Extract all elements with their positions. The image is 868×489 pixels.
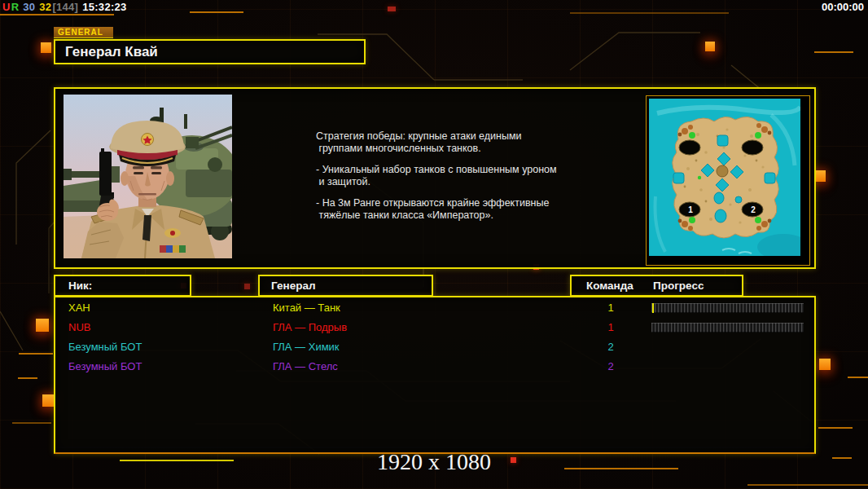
player-team: 2 [603,337,619,357]
player-general: Китай — Танк [273,298,340,318]
hud-value-blue: 30 [23,1,35,13]
player-general: ГЛА — Химик [273,337,340,357]
minimap-image [649,99,800,256]
strategy-paragraph: - На 3м Ранге открываются крайне эффекти… [316,197,590,222]
hud-flag-u: U [2,1,11,13]
player-row: Безумный БОТ ГЛА — Стелс 2 [55,357,814,377]
decor-square [42,394,55,407]
loading-screen: UR 30 32[144] 15:32:23 00:00:00 GENERAL … [0,0,868,489]
decor-line [848,377,868,378]
decor-line [747,484,868,486]
decor-square [705,42,715,51]
header-team-label: Команда [586,276,633,295]
hud-clock: 15:32:23 [82,1,126,13]
header-progress-label: Прогресс [653,276,704,295]
player-nick: NUB [68,318,90,337]
decor-line [18,377,37,379]
decor-line [12,422,51,424]
resolution-label: 1920 x 1080 [0,449,868,475]
header-nick: Ник: [54,275,191,297]
strategy-text: Стратегия победы: крупные атаки едиными … [316,130,590,231]
hud-timer: 00:00:00 [822,1,864,13]
start-position-1: 1 [685,205,696,215]
page-title: Генерал Квай [54,39,366,64]
strategy-paragraph: Стратегия победы: крупные атаки едиными … [316,130,590,155]
player-rows: ХАН Китай — Танк 1 NUB ГЛА — Подрыв 1 Бе… [55,297,814,452]
minimap: 1 2 [646,95,810,266]
decor-square-red [388,7,396,11]
general-info-panel: Стратегия победы: крупные атаки едиными … [54,87,816,269]
progress-cursor [652,303,654,313]
player-nick: ХАН [68,298,90,318]
player-row: NUB ГЛА — Подрыв 1 [55,318,814,337]
hud-value-gray: [144] [52,1,78,13]
player-table: ХАН Китай — Танк 1 NUB ГЛА — Подрыв 1 Бе… [54,296,816,454]
player-nick: Безумный БОТ [68,357,142,377]
decor-line [814,51,853,53]
hud-status: UR 30 32[144] 15:32:23 [2,1,128,13]
decor-line [818,427,853,429]
header-general: Генерал [258,275,433,297]
decor-line [190,11,243,13]
player-progress-bar [651,323,804,333]
decor-square [814,170,826,182]
decor-square [41,42,51,53]
decor-square-red [244,284,250,289]
header-team-progress: Команда Прогресс [570,275,743,297]
player-progress-bar [651,303,804,313]
player-team: 1 [603,318,619,337]
player-team: 1 [603,298,619,318]
general-portrait [64,95,232,258]
player-general: ГЛА — Стелс [273,357,338,377]
strategy-paragraph: - Уникальный набор танков с повышенным у… [316,164,590,188]
decor-line [19,353,53,355]
decor-square [36,319,49,332]
decor-line [0,14,114,15]
decor-square [819,359,831,370]
decor-line [570,12,729,14]
general-tab: GENERAL [54,27,113,38]
hud-flag-r: R [11,1,20,13]
player-row: Безумный БОТ ГЛА — Химик 2 [55,337,814,357]
hud-value-yellow: 32 [39,1,51,13]
player-nick: Безумный БОТ [68,337,142,357]
player-team: 2 [603,357,619,377]
player-row: ХАН Китай — Танк 1 [55,298,814,318]
start-position-2: 2 [747,205,759,215]
player-general: ГЛА — Подрыв [273,318,347,337]
